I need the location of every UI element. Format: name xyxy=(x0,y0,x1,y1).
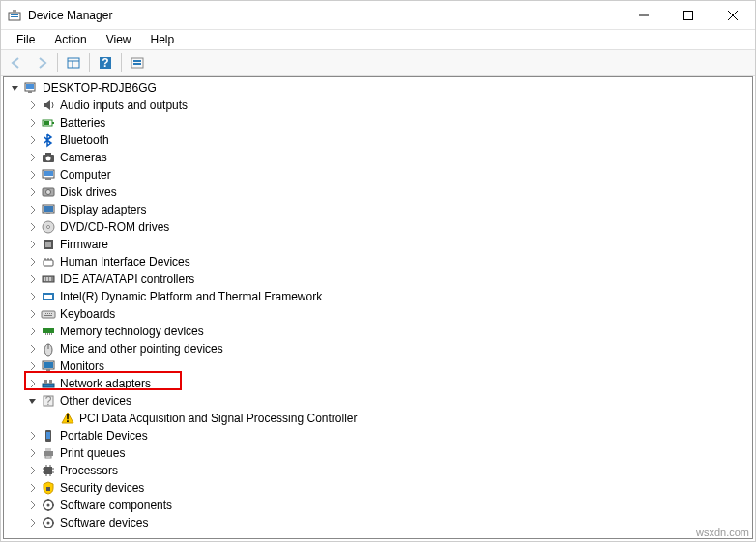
tree-item-label: Portable Devices xyxy=(60,429,148,442)
tree-root[interactable]: DESKTOP-RDJB6GG xyxy=(4,79,752,97)
tree-item-label: Other devices xyxy=(60,394,131,408)
svg-rect-5 xyxy=(684,11,693,19)
expand-arrow-icon[interactable] xyxy=(8,80,23,96)
device-tree-panel[interactable]: DESKTOP-RDJB6GGAudio inputs and outputsB… xyxy=(3,76,753,539)
tree-item-camera[interactable]: Cameras xyxy=(4,149,752,166)
svg-rect-67 xyxy=(49,380,52,384)
expand-arrow-icon[interactable] xyxy=(25,115,41,130)
tree-item-audio[interactable]: Audio inputs and outputs xyxy=(4,97,752,114)
tree-item-monitor[interactable]: Monitors xyxy=(4,357,752,375)
svg-rect-18 xyxy=(28,91,32,93)
expand-arrow-icon[interactable] xyxy=(25,271,41,287)
toolbar: ? xyxy=(1,49,755,76)
tree-item-disk[interactable]: Disk drives xyxy=(4,184,752,201)
bluetooth-icon xyxy=(41,132,56,148)
expand-arrow-icon[interactable] xyxy=(25,498,41,513)
close-button[interactable] xyxy=(711,1,755,30)
svg-rect-21 xyxy=(44,121,49,125)
expand-arrow-icon[interactable] xyxy=(25,289,41,304)
tree-item-keyboard[interactable]: Keyboards xyxy=(4,305,752,323)
menu-action[interactable]: Action xyxy=(46,31,94,48)
expand-arrow-icon[interactable] xyxy=(25,132,41,148)
tree-item-cpu[interactable]: Processors xyxy=(4,462,752,479)
svg-text:!: ! xyxy=(66,412,70,425)
tree-item-firmware[interactable]: Firmware xyxy=(4,236,752,253)
software-icon xyxy=(41,498,56,513)
expand-arrow-icon[interactable] xyxy=(25,358,41,374)
tree-item-hid[interactable]: Human Interface Devices xyxy=(4,253,752,271)
expand-arrow-icon[interactable] xyxy=(25,185,41,200)
tree-item-mouse[interactable]: Mice and other pointing devices xyxy=(4,340,752,357)
svg-rect-42 xyxy=(44,277,45,281)
tree-item-software[interactable]: Software devices xyxy=(4,514,752,531)
menu-file[interactable]: File xyxy=(9,31,43,48)
svg-rect-24 xyxy=(45,153,51,155)
scan-hardware-button[interactable] xyxy=(126,51,149,74)
help-button[interactable]: ? xyxy=(94,51,117,74)
tree-item-label: Display adapters xyxy=(60,203,146,216)
menu-bar: File Action View Help xyxy=(1,30,755,49)
tree-item-battery[interactable]: Batteries xyxy=(4,114,752,131)
expand-arrow-icon[interactable] xyxy=(25,324,41,339)
show-hide-console-button[interactable] xyxy=(62,51,85,74)
tree-item-security[interactable]: Security devices xyxy=(4,479,752,497)
forward-button[interactable] xyxy=(30,51,53,74)
expand-arrow-icon[interactable] xyxy=(25,515,41,530)
tree-item-other[interactable]: ?Other devices xyxy=(4,392,752,410)
svg-rect-47 xyxy=(42,311,55,318)
tree-item-ide[interactable]: IDE ATA/ATAPI controllers xyxy=(4,271,752,288)
hid-icon xyxy=(41,254,56,270)
expand-arrow-icon[interactable] xyxy=(25,393,41,409)
tree-item-printer[interactable]: Print queues xyxy=(4,444,752,462)
back-button[interactable] xyxy=(5,51,28,74)
expand-arrow-icon[interactable] xyxy=(25,341,41,357)
tree-item-bluetooth[interactable]: Bluetooth xyxy=(4,131,752,149)
expand-arrow-icon[interactable] xyxy=(25,428,41,443)
tree-item-dvd[interactable]: DVD/CD-ROM drives xyxy=(4,218,752,236)
expand-arrow-icon[interactable] xyxy=(25,254,41,270)
svg-rect-1 xyxy=(11,14,18,15)
disk-icon xyxy=(41,185,56,200)
tree-item-portable[interactable]: Portable Devices xyxy=(4,427,752,444)
expand-arrow-icon[interactable] xyxy=(25,219,41,235)
tree-item-label: Intel(R) Dynamic Platform and Thermal Fr… xyxy=(60,290,322,303)
svg-rect-58 xyxy=(49,333,50,335)
menu-help[interactable]: Help xyxy=(143,31,183,48)
svg-rect-51 xyxy=(49,313,50,314)
expand-arrow-icon[interactable] xyxy=(25,463,41,478)
expand-arrow-icon[interactable] xyxy=(25,445,41,461)
menu-view[interactable]: View xyxy=(99,31,139,48)
tree-item-intel[interactable]: Intel(R) Dynamic Platform and Thermal Fr… xyxy=(4,288,752,305)
toolbar-separator xyxy=(57,53,58,72)
expand-arrow-icon[interactable] xyxy=(25,167,41,183)
tree-item-label: Software components xyxy=(60,499,172,512)
expand-arrow-icon[interactable] xyxy=(25,376,41,391)
svg-rect-44 xyxy=(49,277,51,281)
tree-item-network[interactable]: Network adapters xyxy=(4,375,752,392)
tree-item-label: Human Interface Devices xyxy=(60,255,190,269)
watermark: wsxdn.com xyxy=(696,527,749,538)
camera-icon xyxy=(41,150,56,165)
tree-item-label: Firmware xyxy=(60,238,108,251)
minimize-button[interactable] xyxy=(622,1,666,30)
security-icon xyxy=(41,480,56,496)
tree-item-software[interactable]: Software components xyxy=(4,497,752,514)
maximize-button[interactable] xyxy=(666,1,711,30)
tree-child-item[interactable]: !PCI Data Acquisition and Signal Process… xyxy=(4,410,752,427)
tree-item-label: IDE ATA/ATAPI controllers xyxy=(60,272,194,286)
svg-rect-54 xyxy=(43,328,54,333)
tree-item-display[interactable]: Display adapters xyxy=(4,201,752,218)
svg-rect-49 xyxy=(45,313,46,314)
computer-icon xyxy=(41,167,56,183)
tree-item-label: Security devices xyxy=(60,481,144,495)
tree-item-computer[interactable]: Computer xyxy=(4,166,752,184)
expand-arrow-icon[interactable] xyxy=(25,150,41,165)
expand-arrow-icon[interactable] xyxy=(25,480,41,496)
expand-arrow-icon[interactable] xyxy=(25,98,41,113)
tree-item-label: Software devices xyxy=(60,516,148,529)
svg-point-93 xyxy=(47,522,50,525)
expand-arrow-icon[interactable] xyxy=(25,202,41,217)
tree-item-memory[interactable]: Memory technology devices xyxy=(4,323,752,340)
expand-arrow-icon[interactable] xyxy=(25,237,41,252)
expand-arrow-icon[interactable] xyxy=(25,306,41,322)
